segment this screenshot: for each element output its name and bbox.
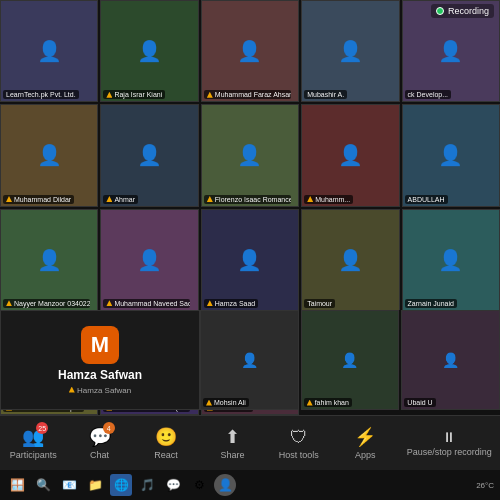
participant-name: fahim khan xyxy=(315,399,349,406)
video-cell[interactable]: 👤 Zarnain Junaid xyxy=(402,209,500,311)
participant-name: Hamza Saad xyxy=(215,300,255,307)
video-cell[interactable]: 👤 Muhammad Dildar xyxy=(0,104,98,206)
taskbar-settings-icon[interactable]: ⚙ xyxy=(188,474,210,496)
chat-badge: 4 xyxy=(103,422,115,434)
taskbar-music-icon[interactable]: 🎵 xyxy=(136,474,158,496)
participant-name: Nayyer Manzoor 0340220 xyxy=(14,300,90,307)
react-label: React xyxy=(154,450,178,460)
video-cell[interactable]: 👤 Taimour xyxy=(301,209,399,311)
video-cell[interactable]: 👤 Mubashir A. xyxy=(301,0,399,102)
taskbar-time: 26°C xyxy=(476,481,494,490)
participant-name: LearnTech.pk Pvt. Ltd. xyxy=(6,91,76,98)
participants-badge: 25 xyxy=(36,422,48,434)
host-tools-button[interactable]: 🛡 Host tools xyxy=(274,427,324,460)
video-cell[interactable]: 👤 Muhamm... xyxy=(301,104,399,206)
big-name: Hamza Safwan xyxy=(58,368,142,382)
toolbar: 👥 25 Participants 💬 4 Chat 🙂 React ⬆ Sha… xyxy=(0,415,500,470)
participant-name: Ahmar xyxy=(114,196,135,203)
video-cell[interactable]: 👤 Mohsin Ali xyxy=(200,310,299,410)
recording-dot xyxy=(436,7,444,15)
pause-recording-label: Pause/stop recording xyxy=(407,447,492,457)
video-cell[interactable]: 👤 Nayyer Manzoor 0340220 xyxy=(0,209,98,311)
participants-button[interactable]: 👥 25 Participants xyxy=(8,426,58,460)
participant-name: Zarnain Junaid xyxy=(408,300,454,307)
host-tools-label: Host tools xyxy=(279,450,319,460)
share-button[interactable]: ⬆ Share xyxy=(207,426,257,460)
participant-name: ABDULLAH xyxy=(408,196,445,203)
taskbar-windows-icon[interactable]: 🪟 xyxy=(6,474,28,496)
taskbar: 🪟 🔍 📧 📁 🌐 🎵 💬 ⚙ 👤 26°C xyxy=(0,470,500,500)
video-cell[interactable]: 👤 Muhammad Naveed Saqib xyxy=(100,209,198,311)
video-cell[interactable]: 👤 Ubaid U xyxy=(401,310,500,410)
participant-name: Muhammad Faraz Ahsan xyxy=(215,91,291,98)
participant-name: Muhamm... xyxy=(315,196,350,203)
taskbar-chat-icon[interactable]: 💬 xyxy=(162,474,184,496)
participant-name: Florenzo Isaac Romance xyxy=(215,196,291,203)
spotlight-cell[interactable]: M Hamza Safwan Hamza Safwan xyxy=(0,310,200,410)
apps-button[interactable]: ⚡ Apps xyxy=(340,426,390,460)
participant-name: ck Develop... xyxy=(408,91,448,98)
react-button[interactable]: 🙂 React xyxy=(141,426,191,460)
big-avatar: M xyxy=(81,326,119,364)
participants-label: Participants xyxy=(10,450,57,460)
recording-label: Recording xyxy=(448,6,489,16)
bottom-row-cells: 👤 Mohsin Ali 👤 fahim khan 👤 Ubaid U xyxy=(200,310,500,410)
video-cell[interactable]: 👤 Hamza Saad xyxy=(201,209,299,311)
pause-recording-button[interactable]: ⏸ Pause/stop recording xyxy=(407,429,492,457)
video-cell[interactable]: 👤 LearnTech.pk Pvt. Ltd. xyxy=(0,0,98,102)
chat-button[interactable]: 💬 4 Chat xyxy=(75,426,125,460)
participant-name: Muhammad Naveed Saqib xyxy=(114,300,190,307)
taskbar-browser-icon[interactable]: 🌐 xyxy=(110,474,132,496)
video-cell[interactable]: 👤 ABDULLAH xyxy=(402,104,500,206)
video-cell[interactable]: 👤 Muhammad Faraz Ahsan xyxy=(201,0,299,102)
share-label: Share xyxy=(220,450,244,460)
taskbar-folder-icon[interactable]: 📁 xyxy=(84,474,106,496)
participant-name: Raja Israr Kiani xyxy=(114,91,162,98)
taskbar-email-icon[interactable]: 📧 xyxy=(58,474,80,496)
video-cell[interactable]: 👤 Ahmar xyxy=(100,104,198,206)
participant-name: Mubashir A. xyxy=(307,91,344,98)
chat-label: Chat xyxy=(90,450,109,460)
recording-indicator: Recording xyxy=(431,4,494,18)
participant-name: Muhammad Dildar xyxy=(14,196,71,203)
taskbar-search-icon[interactable]: 🔍 xyxy=(32,474,54,496)
participant-name: Mohsin Ali xyxy=(214,399,246,406)
participant-name: Ubaid U xyxy=(407,399,432,406)
taskbar-avatar[interactable]: 👤 xyxy=(214,474,236,496)
video-cell[interactable]: 👤 Florenzo Isaac Romance xyxy=(201,104,299,206)
participant-name: Taimour xyxy=(307,300,332,307)
apps-label: Apps xyxy=(355,450,376,460)
big-sub-name: Hamza Safwan xyxy=(69,386,131,395)
video-cell[interactable]: 👤 fahim khan xyxy=(301,310,400,410)
video-cell[interactable]: 👤 Raja Israr Kiani xyxy=(100,0,198,102)
